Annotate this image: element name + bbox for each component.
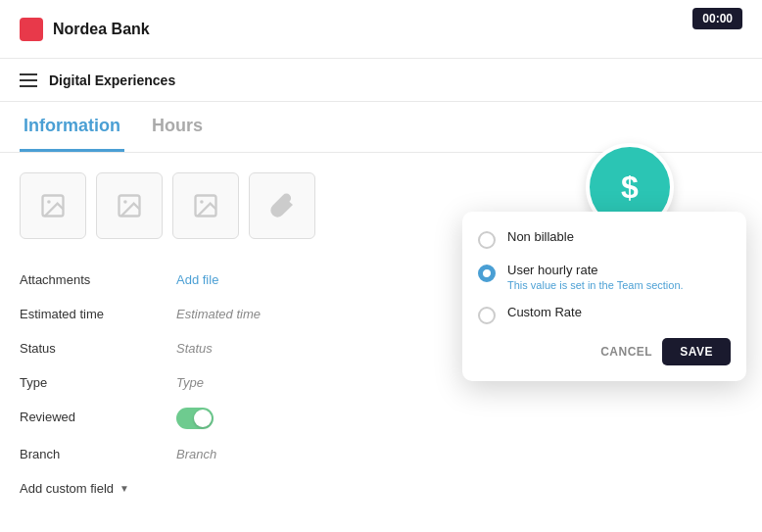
thumbnail-attachment[interactable] [249, 172, 315, 239]
nordea-logo-icon [20, 18, 43, 41]
billing-popup: Non billable User hourly rate This value… [462, 212, 746, 381]
hamburger-icon[interactable] [20, 73, 37, 87]
field-label-reviewed: Reviewed [20, 400, 176, 437]
field-label-attachments: Attachments [20, 263, 176, 297]
add-custom-field[interactable]: Add custom field ▼ [20, 471, 742, 506]
attachment-icon [268, 192, 296, 219]
radio-user-hourly-rate [478, 265, 496, 282]
toggle-reviewed[interactable] [176, 400, 742, 437]
timer-badge: 00:00 [692, 8, 742, 29]
radio-non-billable [478, 231, 496, 249]
dollar-icon: $ [621, 171, 639, 203]
image-icon [39, 192, 67, 219]
svg-point-3 [123, 200, 127, 204]
tab-hours[interactable]: Hours [148, 102, 207, 152]
thumbnail-1[interactable] [96, 172, 163, 239]
field-value-branch[interactable]: Branch [176, 437, 742, 471]
toggle-knob [194, 410, 212, 427]
svg-point-5 [200, 200, 204, 204]
cancel-button[interactable]: CANCEL [600, 338, 652, 365]
thumbnail-0[interactable] [20, 172, 86, 239]
option-non-billable[interactable]: Non billable [478, 229, 731, 249]
svg-point-1 [47, 200, 51, 204]
option-custom-rate[interactable]: Custom Rate [478, 305, 731, 324]
image-icon-2 [116, 192, 143, 219]
app-title: Nordea Bank [53, 21, 150, 38]
main-content: $ [0, 153, 762, 525]
tabs-container: Information Hours 00:00 [0, 102, 762, 153]
nav-title: Digital Experiences [49, 73, 175, 88]
option-user-hourly-rate[interactable]: User hourly rate This value is set in th… [478, 263, 731, 291]
field-label-branch: Branch [20, 437, 176, 471]
nav-bar: Digital Experiences [0, 59, 762, 102]
tab-information[interactable]: Information [20, 102, 124, 152]
header: Nordea Bank [0, 0, 762, 59]
radio-sublabel-user-hourly-rate: This value is set in the Team section. [507, 279, 684, 291]
radio-label-user-hourly-rate: User hourly rate [507, 263, 684, 277]
radio-label-custom-rate: Custom Rate [507, 305, 582, 319]
field-label-estimated-time: Estimated time [20, 297, 176, 331]
chevron-down-icon: ▼ [119, 483, 129, 494]
radio-custom-rate [478, 307, 496, 324]
popup-actions: CANCEL SAVE [478, 338, 731, 365]
field-label-status: Status [20, 331, 176, 365]
save-button[interactable]: SAVE [662, 338, 731, 365]
field-label-type: Type [20, 365, 176, 400]
radio-label-non-billable: Non billable [507, 229, 574, 244]
image-icon-3 [192, 192, 219, 219]
thumbnail-2[interactable] [172, 172, 239, 239]
